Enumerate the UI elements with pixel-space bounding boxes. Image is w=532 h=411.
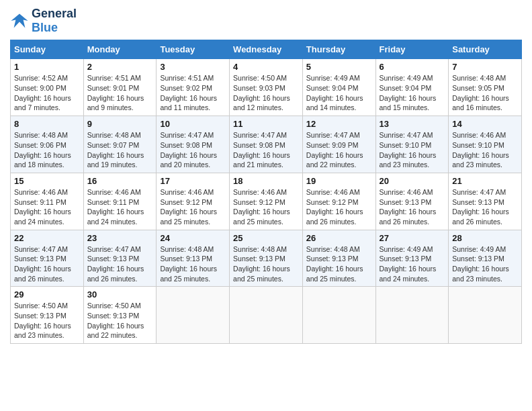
day-number: 12 xyxy=(306,119,372,129)
calendar-day-cell: 2 Sunrise: 4:51 AMSunset: 9:01 PMDayligh… xyxy=(83,59,157,116)
calendar-day-cell xyxy=(230,287,303,344)
calendar-day-cell xyxy=(375,287,449,344)
calendar-day-cell xyxy=(157,287,230,344)
day-number: 14 xyxy=(452,119,518,129)
day-info: Sunrise: 4:51 AMSunset: 9:01 PMDaylight:… xyxy=(87,74,144,111)
calendar-day-cell: 17 Sunrise: 4:46 AMSunset: 9:12 PMDaylig… xyxy=(157,173,230,230)
day-info: Sunrise: 4:48 AMSunset: 9:13 PMDaylight:… xyxy=(160,245,217,283)
day-info: Sunrise: 4:46 AMSunset: 9:12 PMDaylight:… xyxy=(306,188,363,226)
day-number: 7 xyxy=(452,62,518,72)
calendar-day-cell: 22 Sunrise: 4:47 AMSunset: 9:13 PMDaylig… xyxy=(11,230,84,287)
day-info: Sunrise: 4:46 AMSunset: 9:13 PMDaylight:… xyxy=(380,188,437,226)
weekday-header: Friday xyxy=(375,40,449,59)
calendar-day-cell: 23 Sunrise: 4:47 AMSunset: 9:13 PMDaylig… xyxy=(83,230,157,287)
calendar-day-cell: 13 Sunrise: 4:47 AMSunset: 9:10 PMDaylig… xyxy=(375,116,449,173)
day-info: Sunrise: 4:47 AMSunset: 9:10 PMDaylight:… xyxy=(380,131,437,169)
day-number: 27 xyxy=(380,233,445,243)
day-info: Sunrise: 4:50 AMSunset: 9:13 PMDaylight:… xyxy=(14,302,71,339)
day-number: 23 xyxy=(87,233,153,243)
day-info: Sunrise: 4:47 AMSunset: 9:08 PMDaylight:… xyxy=(160,131,217,169)
calendar-day-cell: 6 Sunrise: 4:49 AMSunset: 9:04 PMDayligh… xyxy=(375,59,449,116)
calendar-day-cell: 9 Sunrise: 4:48 AMSunset: 9:07 PMDayligh… xyxy=(83,116,157,173)
day-info: Sunrise: 4:51 AMSunset: 9:02 PMDaylight:… xyxy=(160,74,217,111)
logo-bird-icon xyxy=(10,11,29,30)
day-info: Sunrise: 4:47 AMSunset: 9:08 PMDaylight:… xyxy=(233,131,290,169)
weekday-header: Saturday xyxy=(449,40,522,59)
calendar-week-row: 1 Sunrise: 4:52 AMSunset: 9:00 PMDayligh… xyxy=(11,59,522,116)
day-number: 2 xyxy=(87,62,153,72)
calendar-day-cell: 7 Sunrise: 4:48 AMSunset: 9:05 PMDayligh… xyxy=(449,59,522,116)
calendar-day-cell: 8 Sunrise: 4:48 AMSunset: 9:06 PMDayligh… xyxy=(11,116,84,173)
day-info: Sunrise: 4:48 AMSunset: 9:07 PMDaylight:… xyxy=(87,131,144,169)
day-number: 29 xyxy=(14,289,80,300)
day-number: 15 xyxy=(14,176,80,186)
weekday-header: Tuesday xyxy=(157,40,230,59)
calendar-day-cell: 25 Sunrise: 4:48 AMSunset: 9:13 PMDaylig… xyxy=(230,230,303,287)
calendar-day-cell: 1 Sunrise: 4:52 AMSunset: 9:00 PMDayligh… xyxy=(11,59,84,116)
calendar-day-cell: 28 Sunrise: 4:49 AMSunset: 9:13 PMDaylig… xyxy=(449,230,522,287)
weekday-header: Wednesday xyxy=(230,40,303,59)
day-info: Sunrise: 4:49 AMSunset: 9:04 PMDaylight:… xyxy=(380,74,437,111)
day-number: 4 xyxy=(233,62,299,72)
day-info: Sunrise: 4:49 AMSunset: 9:13 PMDaylight:… xyxy=(452,245,509,283)
calendar-day-cell: 18 Sunrise: 4:46 AMSunset: 9:12 PMDaylig… xyxy=(230,173,303,230)
calendar-day-cell xyxy=(449,287,522,344)
calendar-table: SundayMondayTuesdayWednesdayThursdayFrid… xyxy=(10,40,522,344)
day-number: 19 xyxy=(306,176,372,186)
day-info: Sunrise: 4:49 AMSunset: 9:04 PMDaylight:… xyxy=(306,74,363,111)
day-info: Sunrise: 4:48 AMSunset: 9:06 PMDaylight:… xyxy=(14,131,71,169)
weekday-header: Thursday xyxy=(302,40,375,59)
day-number: 24 xyxy=(160,233,226,243)
day-number: 18 xyxy=(233,176,299,186)
calendar-day-cell: 5 Sunrise: 4:49 AMSunset: 9:04 PMDayligh… xyxy=(302,59,375,116)
day-info: Sunrise: 4:52 AMSunset: 9:00 PMDaylight:… xyxy=(14,74,71,111)
calendar-day-cell: 16 Sunrise: 4:46 AMSunset: 9:11 PMDaylig… xyxy=(83,173,157,230)
calendar-day-cell: 10 Sunrise: 4:47 AMSunset: 9:08 PMDaylig… xyxy=(157,116,230,173)
day-info: Sunrise: 4:49 AMSunset: 9:13 PMDaylight:… xyxy=(380,245,437,283)
calendar-day-cell: 12 Sunrise: 4:47 AMSunset: 9:09 PMDaylig… xyxy=(302,116,375,173)
calendar-day-cell: 27 Sunrise: 4:49 AMSunset: 9:13 PMDaylig… xyxy=(375,230,449,287)
calendar-week-row: 22 Sunrise: 4:47 AMSunset: 9:13 PMDaylig… xyxy=(11,230,522,287)
day-info: Sunrise: 4:50 AMSunset: 9:13 PMDaylight:… xyxy=(87,302,144,339)
weekday-header: Sunday xyxy=(11,40,84,59)
calendar-day-cell: 20 Sunrise: 4:46 AMSunset: 9:13 PMDaylig… xyxy=(375,173,449,230)
day-number: 11 xyxy=(233,119,299,129)
calendar-day-cell: 15 Sunrise: 4:46 AMSunset: 9:11 PMDaylig… xyxy=(11,173,84,230)
calendar-day-cell: 30 Sunrise: 4:50 AMSunset: 9:13 PMDaylig… xyxy=(83,287,157,344)
day-number: 9 xyxy=(87,119,153,129)
logo: General Blue xyxy=(10,7,77,34)
logo-text: General Blue xyxy=(32,7,77,34)
calendar-week-row: 8 Sunrise: 4:48 AMSunset: 9:06 PMDayligh… xyxy=(11,116,522,173)
calendar-day-cell: 29 Sunrise: 4:50 AMSunset: 9:13 PMDaylig… xyxy=(11,287,84,344)
day-info: Sunrise: 4:48 AMSunset: 9:13 PMDaylight:… xyxy=(306,245,363,283)
day-info: Sunrise: 4:47 AMSunset: 9:09 PMDaylight:… xyxy=(306,131,363,169)
day-info: Sunrise: 4:46 AMSunset: 9:11 PMDaylight:… xyxy=(14,188,71,226)
day-number: 10 xyxy=(160,119,226,129)
day-info: Sunrise: 4:47 AMSunset: 9:13 PMDaylight:… xyxy=(452,188,509,226)
calendar-day-cell: 4 Sunrise: 4:50 AMSunset: 9:03 PMDayligh… xyxy=(230,59,303,116)
calendar-day-cell: 14 Sunrise: 4:46 AMSunset: 9:10 PMDaylig… xyxy=(449,116,522,173)
day-info: Sunrise: 4:47 AMSunset: 9:13 PMDaylight:… xyxy=(87,245,144,283)
calendar-week-row: 29 Sunrise: 4:50 AMSunset: 9:13 PMDaylig… xyxy=(11,287,522,344)
svg-marker-0 xyxy=(11,13,28,28)
day-number: 30 xyxy=(87,289,153,300)
day-number: 26 xyxy=(306,233,372,243)
calendar-day-cell: 19 Sunrise: 4:46 AMSunset: 9:12 PMDaylig… xyxy=(302,173,375,230)
day-info: Sunrise: 4:46 AMSunset: 9:12 PMDaylight:… xyxy=(233,188,290,226)
day-info: Sunrise: 4:46 AMSunset: 9:10 PMDaylight:… xyxy=(452,131,509,169)
day-number: 13 xyxy=(380,119,445,129)
day-info: Sunrise: 4:46 AMSunset: 9:12 PMDaylight:… xyxy=(160,188,217,226)
header: General Blue xyxy=(10,7,522,34)
day-info: Sunrise: 4:47 AMSunset: 9:13 PMDaylight:… xyxy=(14,245,71,283)
calendar-day-cell: 21 Sunrise: 4:47 AMSunset: 9:13 PMDaylig… xyxy=(449,173,522,230)
day-info: Sunrise: 4:46 AMSunset: 9:11 PMDaylight:… xyxy=(87,188,144,226)
calendar-day-cell: 3 Sunrise: 4:51 AMSunset: 9:02 PMDayligh… xyxy=(157,59,230,116)
weekday-header: Monday xyxy=(83,40,157,59)
day-number: 22 xyxy=(14,233,80,243)
day-info: Sunrise: 4:50 AMSunset: 9:03 PMDaylight:… xyxy=(233,74,290,111)
day-number: 28 xyxy=(452,233,518,243)
calendar-week-row: 15 Sunrise: 4:46 AMSunset: 9:11 PMDaylig… xyxy=(11,173,522,230)
day-number: 3 xyxy=(160,62,226,72)
calendar-day-cell: 26 Sunrise: 4:48 AMSunset: 9:13 PMDaylig… xyxy=(302,230,375,287)
day-info: Sunrise: 4:48 AMSunset: 9:05 PMDaylight:… xyxy=(452,74,509,111)
